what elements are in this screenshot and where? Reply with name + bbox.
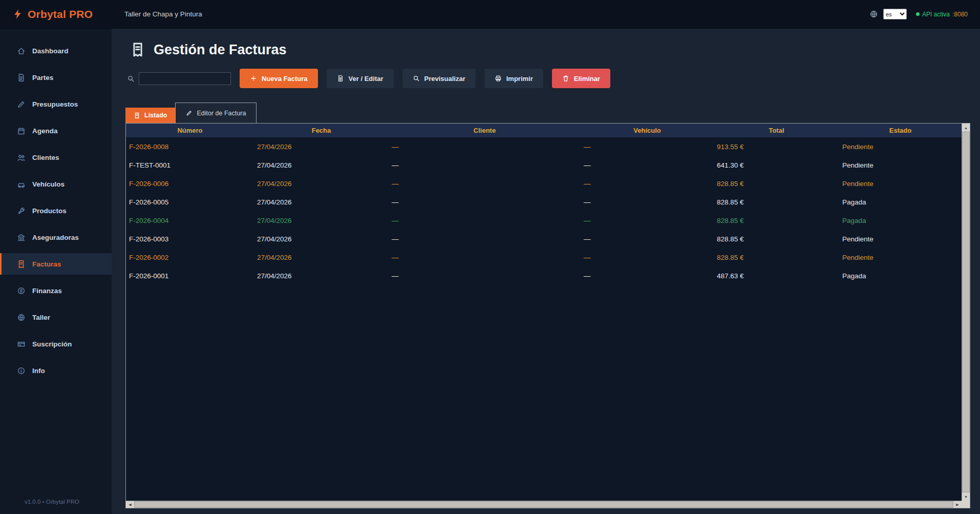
sidebar-item-vehiculos[interactable]: Vehículos — [0, 173, 112, 195]
cell-estado: Pendiente — [839, 156, 962, 174]
sidebar-item-clientes[interactable]: Clientes — [0, 147, 112, 168]
cell-estado: Pagada — [839, 211, 962, 230]
horizontal-scroll-thumb[interactable] — [134, 501, 953, 508]
cell-total: 828.85 € — [714, 230, 839, 248]
sidebar-item-partes[interactable]: Partes — [0, 67, 112, 88]
column-header-numero[interactable]: Número — [126, 124, 254, 137]
toolbar-buttons: Nueva FacturaVer / EditarPrevisualizarIm… — [240, 69, 610, 88]
table-row[interactable]: F-2026-000327/04/2026——828.85 €Pendiente — [126, 230, 962, 248]
home-icon — [17, 47, 26, 55]
sidebar-item-finanzas[interactable]: Finanzas — [0, 280, 112, 301]
horizontal-scroll-track[interactable] — [134, 501, 953, 508]
cell-numero: F-2026-0006 — [126, 174, 254, 193]
table-row[interactable]: F-2026-000127/04/2026——487.63 €Pagada — [126, 266, 962, 285]
invoice-icon — [17, 260, 26, 269]
invoice-icon — [134, 112, 140, 119]
column-header-estado[interactable]: Estado — [839, 124, 962, 137]
cell-fecha: 27/04/2026 — [254, 266, 389, 285]
button-label: Nueva Factura — [262, 75, 308, 83]
sidebar-item-facturas[interactable]: Facturas — [0, 253, 112, 275]
ver-editar-button[interactable]: Ver / Editar — [327, 69, 394, 88]
sidebar-item-agenda[interactable]: Agenda — [0, 120, 112, 141]
sidebar-item-productos[interactable]: Productos — [0, 200, 112, 221]
cell-numero: F-2026-0008 — [126, 137, 254, 156]
column-header-cliente[interactable]: Cliente — [389, 124, 581, 137]
cell-cliente: — — [389, 211, 581, 230]
api-status-label: API activa — [922, 11, 950, 18]
imprimir-button[interactable]: Imprimir — [484, 69, 543, 88]
tab-listado[interactable]: Listado — [125, 108, 175, 123]
api-status: API activa :8080 — [916, 11, 968, 18]
cell-total: 828.85 € — [714, 248, 839, 266]
cell-fecha: 27/04/2026 — [254, 174, 389, 193]
tab-bar: ListadoEditor de Factura — [125, 102, 980, 123]
cell-fecha: 27/04/2026 — [254, 156, 389, 174]
language-select[interactable]: es — [883, 9, 907, 19]
version-label: v1.0.0 • Orbytal PRO — [0, 499, 112, 514]
trash-icon — [562, 75, 569, 82]
scroll-left-button[interactable]: ◀ — [126, 501, 134, 508]
cell-vehiculo: — — [581, 193, 714, 211]
cell-total: 487.63 € — [714, 266, 839, 285]
vertical-scroll-track[interactable] — [962, 132, 970, 492]
button-label: Imprimir — [506, 75, 533, 83]
sidebar-item-label: Taller — [32, 314, 50, 321]
table-row[interactable]: F-2026-000627/04/2026——828.85 €Pendiente — [126, 174, 962, 193]
table-row[interactable]: F-2026-000527/04/2026——828.85 €Pagada — [126, 193, 962, 211]
cell-total: 913.55 € — [714, 137, 839, 156]
cell-numero: F-2026-0004 — [126, 211, 254, 230]
table-row[interactable]: F-2026-000827/04/2026——913.55 €Pendiente — [126, 137, 962, 156]
sidebar-item-label: Agenda — [32, 127, 58, 135]
cell-cliente: — — [389, 193, 581, 211]
sidebar-item-info[interactable]: Info — [0, 360, 112, 381]
cell-vehiculo: — — [581, 230, 714, 248]
column-header-fecha[interactable]: Fecha — [254, 124, 389, 137]
sidebar-item-dashboard[interactable]: Dashboard — [0, 40, 112, 61]
search-input[interactable] — [139, 72, 231, 85]
table-row[interactable]: F-2026-000227/04/2026——828.85 €Pendiente — [126, 248, 962, 266]
cell-vehiculo: — — [581, 174, 714, 193]
sidebar: DashboardPartesPresupuestosAgendaCliente… — [0, 29, 112, 514]
table-row[interactable]: F-2026-000427/04/2026——828.85 €Pagada — [126, 211, 962, 230]
sidebar-item-label: Partes — [32, 74, 53, 81]
globe-icon — [17, 313, 26, 322]
scroll-right-button[interactable]: ▶ — [953, 501, 962, 508]
vertical-scrollbar[interactable]: ▲ ▼ — [962, 124, 970, 501]
cell-numero: F-2026-0003 — [126, 230, 254, 248]
card-icon — [17, 340, 26, 348]
cell-fecha: 27/04/2026 — [254, 193, 389, 211]
topbar: Orbytal PRO Taller de Chapa y Pintura es… — [0, 0, 980, 29]
scroll-up-button[interactable]: ▲ — [962, 124, 970, 132]
tab-editor[interactable]: Editor de Factura — [175, 102, 257, 123]
cell-estado: Pendiente — [839, 248, 962, 266]
cell-total: 641.30 € — [714, 156, 839, 174]
main-content: Gestión de Facturas Nueva FacturaVer / E… — [112, 29, 980, 514]
sidebar-item-aseguradoras[interactable]: Aseguradoras — [0, 227, 112, 248]
info-icon — [17, 366, 26, 375]
sidebar-item-suscripcion[interactable]: Suscripción — [0, 333, 112, 355]
sidebar-item-presupuestos[interactable]: Presupuestos — [0, 93, 112, 115]
globe-icon — [869, 10, 878, 18]
previsualizar-button[interactable]: Previsualizar — [402, 69, 476, 88]
page-title: Gestión de Facturas — [154, 42, 287, 58]
users-icon — [17, 153, 26, 162]
sidebar-item-label: Aseguradoras — [32, 234, 79, 241]
table-row[interactable]: F-TEST-000127/04/2026——641.30 €Pendiente — [126, 156, 962, 174]
eliminar-button[interactable]: Eliminar — [552, 69, 610, 88]
button-label: Ver / Editar — [349, 75, 384, 83]
sidebar-item-taller[interactable]: Taller — [0, 306, 112, 328]
pen-icon — [186, 110, 193, 116]
coin-icon — [17, 286, 26, 295]
cell-fecha: 27/04/2026 — [254, 248, 389, 266]
column-header-total[interactable]: Total — [714, 124, 839, 137]
vertical-scroll-thumb[interactable] — [962, 132, 970, 492]
plus-icon — [250, 75, 257, 82]
horizontal-scrollbar[interactable]: ◀ ▶ — [126, 501, 962, 508]
cell-cliente: — — [389, 137, 581, 156]
sidebar-item-label: Info — [32, 367, 45, 375]
column-header-vehiculo[interactable]: Vehículo — [581, 124, 714, 137]
scroll-down-button[interactable]: ▼ — [962, 492, 970, 501]
cell-numero: F-2026-0005 — [126, 193, 254, 211]
nueva-factura-button[interactable]: Nueva Factura — [240, 69, 318, 88]
sidebar-item-label: Vehículos — [32, 180, 65, 188]
